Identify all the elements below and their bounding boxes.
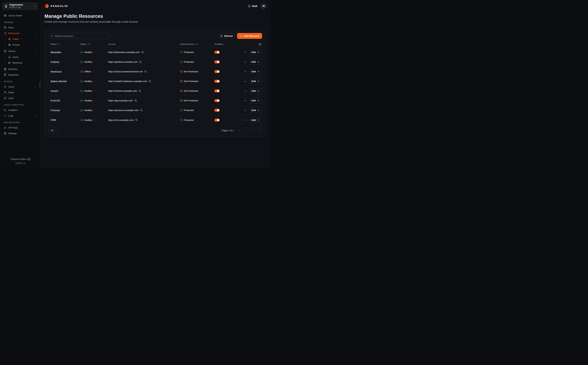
sidebar-item-logs[interactable]: Logs	[2, 113, 38, 118]
external-link-icon[interactable]	[23, 162, 25, 164]
status-dropdown[interactable]: Healthy	[78, 99, 106, 102]
sidebar-item-users[interactable]: Users	[2, 84, 38, 89]
status-dropdown[interactable]: Healthy	[78, 119, 106, 121]
sidebar-item-resources[interactable]: Resources	[2, 31, 38, 36]
edit-button-label: Edit	[252, 80, 256, 83]
authentication-cell: Not Protected	[178, 90, 213, 92]
edit-button[interactable]: Edit	[249, 59, 262, 65]
sidebar-item-domains[interactable]: Domains	[2, 66, 38, 72]
column-header-status[interactable]: Status	[78, 43, 106, 45]
row-menu-icon[interactable]	[244, 70, 247, 73]
sidebar-section-label-organization: ORGANIZATION	[4, 121, 38, 123]
sidebar-item-label: Logs	[8, 114, 13, 117]
row-menu-icon[interactable]	[244, 80, 247, 83]
edit-button[interactable]: Edit	[249, 98, 262, 103]
copy-icon[interactable]	[140, 109, 143, 112]
status-dropdown[interactable]: Healthy	[78, 51, 106, 54]
status-dropdown[interactable]: Healthy	[78, 90, 106, 92]
status-dropdown[interactable]: Offline	[78, 70, 106, 73]
sidebar-item-settings[interactable]: Settings	[2, 131, 38, 136]
shield-off-icon	[180, 70, 183, 73]
sidebar-item-clients[interactable]: Clients	[2, 49, 38, 54]
row-menu-icon[interactable]	[244, 60, 247, 63]
enabled-toggle[interactable]	[214, 109, 220, 112]
copy-icon[interactable]	[139, 61, 142, 63]
resource-url: https://cloud.schwartznetwork.net	[108, 70, 143, 73]
enabled-toggle[interactable]	[214, 80, 220, 83]
chevron-down-icon	[94, 100, 96, 102]
org-selector[interactable]: Organization ACME Corp.	[2, 2, 38, 10]
edit-button[interactable]: Edit	[249, 78, 262, 84]
status-dropdown[interactable]: Healthy	[78, 109, 106, 112]
edit-button[interactable]: Edit	[249, 69, 262, 74]
add-resource-button[interactable]: Add Resource	[237, 33, 262, 39]
edit-button[interactable]: Edit	[249, 88, 262, 94]
column-header-name[interactable]: Name	[49, 43, 78, 45]
brand[interactable]: PANGOLIN	[45, 4, 68, 8]
sidebar: Organization ACME Corp. Server AdminGENE…	[0, 0, 41, 168]
column-header-authentication[interactable]: Authentication	[178, 43, 213, 45]
sidebar-item-machines[interactable]: Machines	[7, 60, 38, 65]
theme-label: Dark	[252, 5, 257, 7]
last-page-button[interactable]	[257, 128, 262, 133]
enabled-toggle[interactable]	[214, 60, 220, 63]
row-menu-icon[interactable]	[244, 109, 247, 112]
edit-button[interactable]: Edit	[249, 108, 262, 113]
search-input[interactable]	[55, 35, 108, 37]
chevron-down-icon	[94, 51, 96, 53]
columns-visibility-icon[interactable]	[259, 43, 261, 46]
edit-button[interactable]: Edit	[249, 117, 262, 123]
table-row-grafana: GrafanaHealthyhttps://grafana.example.co…	[49, 57, 262, 67]
status-healthy-icon	[80, 80, 83, 83]
edit-button[interactable]: Edit	[249, 49, 262, 55]
row-menu-icon[interactable]	[244, 51, 247, 54]
auth-label: Not Protected	[184, 70, 198, 73]
first-page-button[interactable]	[237, 128, 242, 133]
arrow-right-icon	[257, 119, 260, 121]
status-dropdown[interactable]: Healthy	[78, 61, 106, 63]
sidebar-item-users[interactable]: Users	[7, 54, 38, 60]
app-root: Organization ACME Corp. Server AdminGENE…	[0, 0, 271, 168]
enabled-toggle[interactable]	[214, 99, 220, 102]
next-page-button[interactable]	[250, 128, 255, 133]
avatar[interactable]: M	[261, 3, 267, 9]
row-menu-icon[interactable]	[244, 119, 247, 122]
sidebar-item-sites[interactable]: Sites	[2, 25, 38, 30]
row-menu-icon[interactable]	[244, 89, 247, 92]
copy-icon[interactable]	[142, 51, 144, 54]
sidebar-item-roles[interactable]: Roles	[2, 90, 38, 95]
sidebar-item-blueprints[interactable]: Blueprints	[2, 72, 38, 77]
resource-name: Grafana	[49, 61, 78, 63]
sidebar-item-api-keys[interactable]: API Keys	[2, 125, 38, 130]
chevron-down-icon	[94, 61, 96, 63]
copy-icon[interactable]	[135, 99, 137, 102]
row-actions: Edit	[244, 108, 262, 113]
copy-icon[interactable]	[149, 80, 151, 83]
chart-icon	[4, 109, 7, 111]
copy-icon[interactable]	[144, 70, 147, 73]
copy-icon[interactable]	[135, 119, 138, 121]
copy-icon[interactable]	[139, 90, 141, 92]
sidebar-item-analytics[interactable]: Analytics	[2, 107, 38, 112]
status-healthy-icon	[80, 119, 83, 121]
enabled-toggle[interactable]	[214, 119, 220, 122]
sidebar-item-private[interactable]: Private	[7, 42, 38, 47]
status-dropdown[interactable]: Healthy	[78, 80, 106, 83]
access-url-cell: https://node01.batteries.example.com	[106, 80, 178, 83]
sidebar-item-public[interactable]: Public	[7, 36, 38, 42]
theme-toggle[interactable]: Dark	[248, 5, 257, 7]
org-selector-label: Organization	[9, 3, 23, 6]
page-size-select[interactable]: 20	[49, 128, 59, 133]
pangolin-logo-icon	[45, 4, 49, 8]
enabled-toggle[interactable]	[214, 70, 220, 73]
sidebar-item-server-admin[interactable]: Server Admin	[2, 13, 38, 18]
row-actions: Edit	[244, 117, 262, 123]
row-menu-icon[interactable]	[244, 99, 247, 102]
refresh-button[interactable]: Refresh	[218, 33, 235, 39]
prev-page-button[interactable]	[243, 128, 249, 133]
github-icon[interactable]	[28, 158, 30, 161]
sidebar-item-links[interactable]: Links	[2, 96, 38, 101]
enabled-toggle[interactable]	[214, 51, 220, 54]
enabled-toggle[interactable]	[214, 89, 220, 92]
sidebar-scrollbar[interactable]	[40, 82, 40, 89]
